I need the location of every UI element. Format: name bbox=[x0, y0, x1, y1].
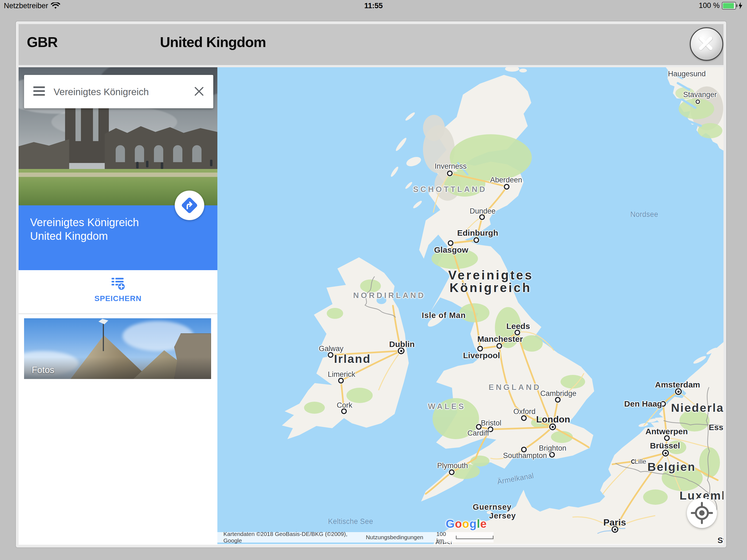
map-label: Niederland bbox=[671, 401, 723, 414]
city-dot bbox=[555, 397, 561, 403]
map-label: Liverpool bbox=[463, 351, 500, 360]
terms-link[interactable]: Nutzungsbedingungen bbox=[366, 534, 423, 541]
map-label: ENGLAND bbox=[489, 383, 541, 392]
city-dot bbox=[328, 352, 334, 358]
save-place-button[interactable]: SPEICHERN bbox=[19, 270, 217, 313]
divider bbox=[19, 313, 217, 314]
city-dot bbox=[338, 378, 344, 384]
page-title: United Kingdom bbox=[160, 34, 266, 50]
country-code: GBR bbox=[27, 34, 58, 50]
map-label: Stavanger bbox=[683, 91, 717, 99]
map-label: Lille bbox=[635, 458, 646, 465]
place-info-panel: Vereinigtes Königreich United Kingdom bbox=[19, 205, 217, 270]
google-logo: Google bbox=[446, 517, 487, 531]
map-label: Bristol bbox=[481, 419, 501, 427]
map-label: Galway bbox=[319, 345, 343, 353]
directions-icon bbox=[175, 190, 204, 220]
charging-bolt-icon bbox=[738, 2, 743, 9]
save-to-list-icon bbox=[111, 276, 125, 290]
map-label: Dublin bbox=[389, 339, 414, 349]
close-button[interactable] bbox=[690, 27, 723, 61]
map-canvas[interactable]: HaugesundStavangerNordseeInvernessAberde… bbox=[217, 67, 723, 544]
map-label: Belgien bbox=[647, 460, 696, 474]
search-bar[interactable]: Vereinigtes Königreich bbox=[24, 75, 213, 108]
scale-label: 100 km bbox=[436, 531, 453, 544]
directions-button[interactable] bbox=[175, 190, 204, 220]
city-dot bbox=[521, 415, 527, 421]
save-label: SPEICHERN bbox=[19, 294, 217, 303]
map-label: Den Haag bbox=[624, 399, 662, 408]
battery-percent: 100 % bbox=[699, 1, 720, 10]
map-label: Leeds bbox=[506, 322, 530, 331]
map-label: Edinburgh bbox=[457, 228, 498, 238]
my-location-button[interactable] bbox=[687, 498, 717, 528]
map-label: Königreich bbox=[449, 280, 532, 295]
map-label: Haugesund bbox=[668, 70, 706, 78]
map-labels-layer: HaugesundStavangerNordseeInvernessAberde… bbox=[217, 67, 723, 544]
clear-search-icon[interactable] bbox=[193, 85, 205, 97]
city-dot bbox=[696, 100, 700, 104]
map-label: Aberdeen bbox=[490, 176, 522, 184]
city-dot bbox=[496, 343, 502, 349]
menu-icon[interactable] bbox=[33, 86, 45, 96]
map-label: Ärmelkanal bbox=[496, 472, 534, 486]
photos-thumbnail[interactable]: Fotos bbox=[24, 318, 211, 379]
place-title: Vereinigtes Königreich bbox=[30, 216, 139, 229]
map-label: Cardiff bbox=[467, 429, 489, 437]
map-label: Guernsey bbox=[473, 503, 512, 512]
map-label: Nordsee bbox=[630, 210, 658, 219]
map-label: Oxford bbox=[513, 407, 535, 416]
map-label: Cork bbox=[337, 401, 352, 410]
map-label: Manchester bbox=[478, 334, 523, 344]
map-label: St bbox=[718, 536, 723, 544]
status-bar: Netzbetreiber 11:55 100 % bbox=[0, 0, 747, 12]
map-label: London bbox=[536, 414, 570, 425]
my-location-icon bbox=[687, 498, 717, 528]
map-label: Glasgow bbox=[434, 245, 468, 255]
city-dot bbox=[504, 184, 510, 190]
map-label: SCHOTTLAND bbox=[413, 185, 487, 194]
attribution-text: Kartendaten ©2018 GeoBasis-DE/BKG (©2009… bbox=[223, 531, 352, 544]
map-label: Paris bbox=[603, 517, 626, 528]
map-label: NORDIRLAND bbox=[353, 291, 426, 300]
city-dot bbox=[549, 452, 555, 458]
battery-icon bbox=[722, 2, 736, 9]
city-dot bbox=[473, 237, 479, 243]
map-label: Limerick bbox=[328, 370, 356, 379]
place-photo[interactable]: Vereinigtes Königreich bbox=[19, 67, 217, 205]
map-label: Amsterdam bbox=[655, 380, 700, 389]
scale-bar bbox=[456, 536, 493, 539]
map-label: Esse bbox=[709, 423, 723, 432]
map-label: Southampton bbox=[503, 452, 547, 460]
map-label: Cambridge bbox=[540, 389, 576, 398]
city-dot bbox=[449, 469, 455, 475]
map-label: Antwerpen bbox=[645, 427, 688, 436]
city-dot bbox=[662, 450, 669, 457]
modal-header: GBR United Kingdom bbox=[19, 24, 723, 67]
map-label: Irland bbox=[334, 352, 371, 365]
country-modal: GBR United Kingdom bbox=[16, 21, 726, 548]
map-label: WALES bbox=[428, 402, 466, 411]
map-label: Dundee bbox=[470, 207, 496, 215]
map-attribution-bar: Kartendaten ©2018 GeoBasis-DE/BKG (©2009… bbox=[217, 532, 493, 542]
photos-label: Fotos bbox=[32, 365, 54, 375]
map-label: Keltische See bbox=[328, 517, 373, 526]
map-label: Jersey bbox=[489, 511, 516, 520]
map-scale: 100 km bbox=[436, 531, 493, 544]
place-subtitle: United Kingdom bbox=[30, 230, 108, 242]
search-input[interactable]: Vereinigtes Königreich bbox=[54, 86, 149, 97]
map-label: Plymouth bbox=[437, 462, 468, 470]
map-label: Brüssel bbox=[650, 441, 680, 450]
map-label: Inverness bbox=[435, 162, 466, 171]
city-dot bbox=[447, 171, 453, 176]
place-sidebar: Vereinigtes Königreich Vereinigtes König… bbox=[19, 67, 217, 544]
map-label: Isle of Man bbox=[422, 311, 466, 320]
clock: 11:55 bbox=[0, 2, 747, 10]
weather-vane-icon bbox=[98, 319, 108, 324]
